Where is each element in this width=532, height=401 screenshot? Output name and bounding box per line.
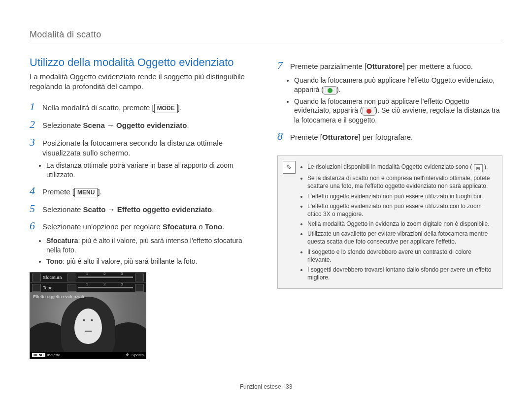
list-item: Tono: più è alto il valore, più sarà bri… xyxy=(46,257,255,266)
focus-fail-icon xyxy=(363,107,375,116)
tone-preset-icon xyxy=(67,284,76,292)
step-7: 7 Premete parzialmente [Otturatore] per … xyxy=(277,58,502,73)
list-item: Sfocatura: più è alto il valore, più sar… xyxy=(46,236,255,255)
step-number: 7 xyxy=(277,58,286,73)
tone-icon xyxy=(32,284,41,292)
list-item: La distanza ottimale potrà variare in ba… xyxy=(46,161,255,180)
list-item: Nella modalità Oggetto in evidenza lo zo… xyxy=(307,220,496,228)
cam-row-label: Sfocatura xyxy=(43,275,66,280)
menu-key-icon: MENU xyxy=(32,353,45,357)
step-6: 6 Selezionate un'opzione per regolare Sf… xyxy=(30,218,255,233)
cam-row-label: Tono xyxy=(43,285,66,290)
list-item: Utilizzate un cavalletto per evitare vib… xyxy=(307,230,496,246)
step-8: 8 Premete [Otturatore] per fotografare. xyxy=(277,129,502,144)
list-item: Quando la fotocamera non può applicare l… xyxy=(294,97,502,125)
header-divider xyxy=(30,43,502,43)
footer-section: Funzioni estese xyxy=(240,383,281,390)
step-7-bullets: Quando la fotocamera può applicare l'eff… xyxy=(277,76,502,125)
tone-preset-icon xyxy=(135,284,144,292)
step-number: 1 xyxy=(30,99,38,114)
step-number: 3 xyxy=(30,135,38,150)
step-number: 6 xyxy=(30,218,38,233)
note-box: ✎ Le risoluzioni disponibili in modalità… xyxy=(277,155,502,289)
mode-key: MODE xyxy=(154,104,178,113)
left-column: Utilizzo della modalità Oggetto evidenzi… xyxy=(30,55,255,359)
step-text: Selezionate Scena → Oggetto evidenziato. xyxy=(42,121,255,130)
step-4: 4 Premete [MENU]. xyxy=(30,184,255,198)
step-text: Premete [MENU]. xyxy=(42,187,255,197)
cam-row-blur: Sfocatura 1 2 3 xyxy=(30,273,146,283)
steps-left-2: 4 Premete [MENU]. 5 Selezionate Scatto →… xyxy=(30,184,255,233)
page-footer: Funzioni estese 33 xyxy=(0,383,532,390)
footer-page-number: 33 xyxy=(286,383,292,390)
page: Modalità di scatto Utilizzo della modali… xyxy=(0,0,532,401)
step-number: 2 xyxy=(30,117,38,132)
steps-left: 1 Nella modalità di scatto, premete [MOD… xyxy=(30,99,255,158)
step-text: Premete [Otturatore] per fotografare. xyxy=(290,132,502,142)
steps-right: 7 Premete parzialmente [Otturatore] per … xyxy=(277,58,502,73)
camera-preview: Sfocatura 1 2 3 Tono xyxy=(30,272,146,359)
columns: Utilizzo della modalità Oggetto evidenzi… xyxy=(30,55,502,359)
step-text: Premete parzialmente [Otturatore] per me… xyxy=(290,62,502,71)
step-2: 2 Selezionate Scena → Oggetto evidenziat… xyxy=(30,117,255,132)
blur-scale: 1 2 3 xyxy=(78,277,133,278)
note-icon: ✎ xyxy=(283,161,296,174)
step-text: Posizionate la fotocamera secondo la dis… xyxy=(42,138,255,158)
focus-ok-icon xyxy=(324,86,336,95)
step-number: 8 xyxy=(277,129,286,144)
step-text: Nella modalità di scatto, premete [MODE]… xyxy=(42,103,255,113)
step-number: 4 xyxy=(30,184,38,198)
step-1: 1 Nella modalità di scatto, premete [MOD… xyxy=(30,99,255,114)
menu-key: MENU xyxy=(74,188,98,197)
tone-scale: 1 2 3 xyxy=(78,287,133,288)
cam-overlay-title: Effetto oggetto evidenziato xyxy=(30,293,146,299)
step-3-bullets: La distanza ottimale potrà variare in ba… xyxy=(30,161,255,180)
list-item: L'effetto oggetto evidenziato non può es… xyxy=(307,192,496,200)
list-item: Quando la fotocamera può applicare l'eff… xyxy=(294,76,502,95)
list-item: Se la distanza di scatto non è compresa … xyxy=(307,174,496,190)
resolution-m-icon: M xyxy=(474,164,483,172)
section-title: Utilizzo della modalità Oggetto evidenzi… xyxy=(30,55,255,70)
list-item: I soggetti dovrebbero trovarsi lontano d… xyxy=(307,266,496,281)
step-6-bullets: Sfocatura: più è alto il valore, più sar… xyxy=(30,236,255,266)
blur-preset-icon xyxy=(135,274,144,281)
steps-right-2: 8 Premete [Otturatore] per fotografare. xyxy=(277,129,502,144)
section-intro: La modalità Oggetto evidenziato rende il… xyxy=(30,72,255,92)
cam-footer-back: Indietro xyxy=(47,353,61,357)
blur-icon xyxy=(32,274,41,281)
step-number: 5 xyxy=(30,201,38,216)
list-item: Il soggetto e lo sfondo dovrebbero avere… xyxy=(307,248,496,264)
cam-footer-move: Sposta xyxy=(132,353,144,357)
step-text: Selezionate Scatto → Effetto oggetto evi… xyxy=(42,205,255,215)
note-list: Le risoluzioni disponibili in modalità O… xyxy=(300,163,496,281)
step-text: Selezionate un'opzione per regolare Sfoc… xyxy=(42,222,255,232)
right-column: 7 Premete parzialmente [Otturatore] per … xyxy=(277,55,502,359)
list-item: Le risoluzioni disponibili in modalità O… xyxy=(307,163,496,172)
cam-row-tone: Tono 1 2 3 xyxy=(30,283,146,293)
page-header: Modalità di scatto xyxy=(30,30,502,40)
blur-preset-icon xyxy=(67,274,76,281)
list-item: L'effetto oggetto evidenziato non può es… xyxy=(307,202,496,218)
cam-image xyxy=(30,292,146,352)
cam-footer: MENU Indietro ✥ Sposta xyxy=(30,352,146,359)
step-3: 3 Posizionate la fotocamera secondo la d… xyxy=(30,135,255,158)
nav-icon: ✥ xyxy=(125,353,130,358)
step-5: 5 Selezionate Scatto → Effetto oggetto e… xyxy=(30,201,255,216)
